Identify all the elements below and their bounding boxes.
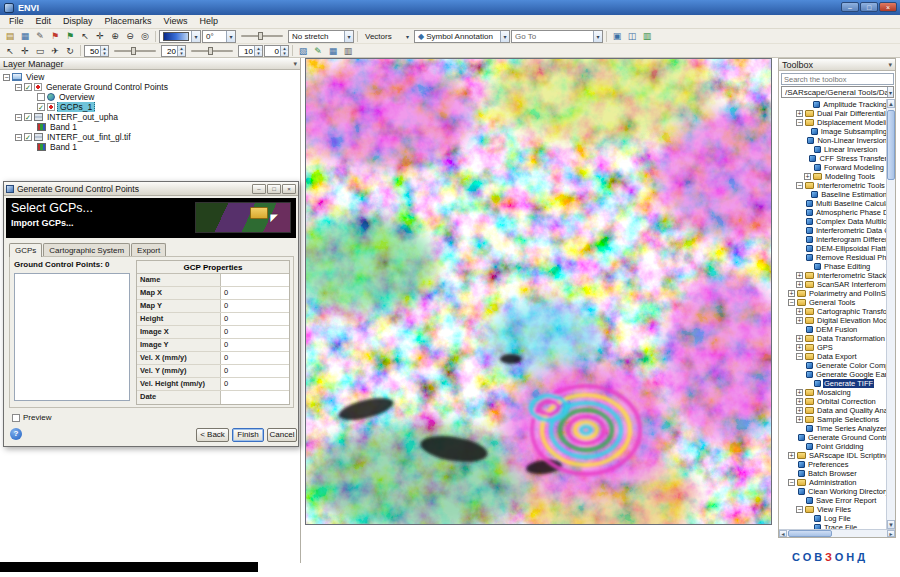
tree-expander-icon[interactable]: − [15, 134, 22, 141]
toolbox-item[interactable]: Remove Residual Phase Frequency [779, 253, 888, 262]
menu-item-edit[interactable]: Edit [30, 15, 58, 28]
tree-expander-icon[interactable]: + [788, 452, 795, 459]
tree-expander-icon[interactable]: − [788, 479, 795, 486]
tree-expander-icon[interactable]: + [796, 344, 803, 351]
pan-hand-icon[interactable]: ✛ [18, 45, 32, 57]
scroll-down-icon[interactable]: ▼ [887, 520, 895, 529]
panel-menu-icon[interactable]: ▾ [888, 61, 892, 69]
tab-cartographic-system[interactable]: Cartographic System [43, 243, 130, 256]
layer-checkbox[interactable] [37, 93, 45, 101]
tab-gcps[interactable]: GCPs [9, 243, 42, 257]
annotation-combo[interactable]: ◆Symbol Annotation▾ [414, 30, 510, 43]
toolbox-item[interactable]: Batch Browser [779, 469, 888, 478]
maximize-button[interactable]: □ [860, 2, 878, 12]
toolbox-item[interactable]: Image Subsampling [779, 127, 888, 136]
toolbox-item[interactable]: Amplitude Tracking [779, 100, 888, 109]
views-layout-icon[interactable]: ▥ [640, 30, 654, 42]
tree-expander-icon[interactable]: + [796, 389, 803, 396]
gcp-property-value[interactable]: 0 [221, 313, 289, 325]
toolbox-item[interactable]: Preferences [779, 460, 888, 469]
toolbox-horizontal-scrollbar[interactable]: ◄ ► [779, 529, 895, 537]
scrollbar-thumb[interactable] [788, 530, 832, 537]
toolbox-item[interactable]: Generate Ground Control Points [779, 433, 888, 442]
open-file-icon[interactable]: ▤ [3, 30, 17, 42]
toolbox-item[interactable]: CFF Stress Transfer [779, 154, 888, 163]
toolbox-item[interactable]: Generate TIFF [779, 379, 888, 388]
toolbox-item[interactable]: Clean Working Directory [779, 487, 888, 496]
transparency-field[interactable]: 0▴▾ [264, 45, 289, 57]
layer-item[interactable]: −✓Generate Ground Control Points [0, 82, 300, 92]
slider-thumb[interactable] [258, 32, 263, 40]
toolbox-item[interactable]: −Interferometric Tools [779, 181, 888, 190]
layer-item[interactable]: ✓GCPs_1 [0, 102, 300, 112]
tree-expander-icon[interactable]: − [3, 74, 10, 81]
layer-item[interactable]: −✓INTERF_out_upha [0, 112, 300, 122]
toolbox-item[interactable]: Linear Inversion [779, 145, 888, 154]
tree-expander-icon[interactable]: − [788, 299, 795, 306]
toolbox-item[interactable]: Forward Modeling [779, 163, 888, 172]
toolbox-item[interactable]: +Modeling Tools [779, 172, 888, 181]
toolbox-item[interactable]: Log File [779, 514, 888, 523]
toolbox-item[interactable]: Phase Editing [779, 262, 888, 271]
toolbox-item[interactable]: −Displacement Modeling [779, 118, 888, 127]
tree-expander-icon[interactable]: − [796, 353, 803, 360]
tree-expander-icon[interactable]: − [796, 182, 803, 189]
dialog-minimize-button[interactable]: – [252, 184, 266, 194]
menu-item-placemarks[interactable]: Placemarks [99, 15, 158, 28]
toolbox-item[interactable]: +Orbital Correction [779, 397, 888, 406]
sharpen-field[interactable]: 10▴▾ [238, 45, 263, 57]
dialog-close-button[interactable]: × [282, 184, 296, 194]
toolbox-item[interactable]: Generate Google Earth KML file [779, 370, 888, 379]
toolbox-item[interactable]: +Digital Elevation Model Extraction [779, 316, 888, 325]
scrollbar-thumb[interactable] [887, 110, 895, 180]
tree-expander-icon[interactable]: + [796, 281, 803, 288]
toolbox-item[interactable]: +Cartographic Transformation [779, 307, 888, 316]
toolbox-item[interactable]: −Data Export [779, 352, 888, 361]
scroll-right-icon[interactable]: ► [887, 530, 895, 537]
arrow-select-icon[interactable]: ↖ [78, 30, 92, 42]
toolbox-item[interactable]: +GPS [779, 343, 888, 352]
toolbox-item[interactable]: +Interferometric Stacking [779, 271, 888, 280]
toolbox-item[interactable]: Complex Data Multilooking [779, 217, 888, 226]
toolbox-item[interactable]: Atmospheric Phase Delay Correction [779, 208, 888, 217]
slider-thumb[interactable] [208, 47, 213, 55]
tree-expander-icon[interactable]: + [796, 335, 803, 342]
layer-checkbox[interactable]: ✓ [24, 133, 32, 141]
tree-expander-icon[interactable]: + [796, 272, 803, 279]
menu-item-file[interactable]: File [3, 15, 30, 28]
spin-down-icon[interactable]: ▾ [178, 51, 185, 56]
gcp-property-value[interactable]: 0 [221, 378, 289, 390]
toolbox-item[interactable]: +Mosaicing [779, 388, 888, 397]
menu-item-display[interactable]: Display [57, 15, 99, 28]
gcp-property-value[interactable]: 0 [221, 287, 289, 299]
tree-expander-icon[interactable]: − [796, 119, 803, 126]
toolbox-item[interactable]: DEM-Ellipsoidal Flattening [779, 244, 888, 253]
layer-item[interactable]: Band 1 [0, 142, 300, 152]
toolbox-item[interactable]: −View Files [779, 505, 888, 514]
toolbox-item[interactable]: Interferogram Difference [779, 235, 888, 244]
edit-annotation-icon[interactable]: ✎ [33, 30, 47, 42]
toolbox-item[interactable]: −General Tools [779, 298, 888, 307]
multiple-views-icon[interactable]: ◫ [625, 30, 639, 42]
gcp-property-value[interactable] [221, 391, 289, 404]
stretch-combo[interactable]: No stretch▾ [288, 30, 354, 43]
tree-expander-icon[interactable]: − [15, 84, 22, 91]
brightness-field[interactable]: 50▴▾ [84, 45, 109, 57]
toolbox-item[interactable]: +Dual Pair Differential Interferometry [779, 109, 888, 118]
select-cursor-icon[interactable]: ↖ [3, 45, 17, 57]
annotation-icon[interactable]: ✎ [311, 45, 325, 57]
menu-item-views[interactable]: Views [158, 15, 194, 28]
zoom-in-icon[interactable]: ⊕ [108, 30, 122, 42]
toolbox-search-input[interactable] [781, 73, 894, 85]
rotate-view-icon[interactable]: ↻ [63, 45, 77, 57]
toolbox-item[interactable]: +SARscape IDL Scripting [779, 451, 888, 460]
layer-item[interactable]: Band 1 [0, 122, 300, 132]
rotate-combo[interactable]: 0°▾ [202, 30, 236, 43]
tab-export[interactable]: Export [131, 243, 166, 256]
tree-expander-icon[interactable]: + [788, 290, 795, 297]
pan-icon[interactable]: ✛ [93, 30, 107, 42]
gcp-property-value[interactable]: 0 [221, 365, 289, 377]
toolbox-item[interactable]: Non-Linear Inversion [779, 136, 888, 145]
spin-down-icon[interactable]: ▾ [255, 51, 262, 56]
layer-item[interactable]: −View [0, 72, 300, 82]
